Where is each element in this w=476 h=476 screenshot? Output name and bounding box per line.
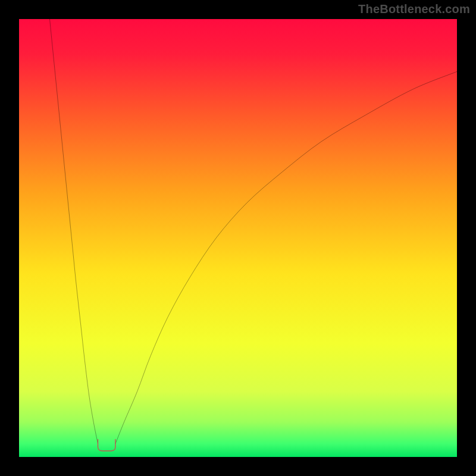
watermark-text: TheBottleneck.com <box>358 2 470 16</box>
chart-frame: TheBottleneck.com <box>0 0 476 476</box>
gradient-background <box>19 19 457 457</box>
bottleneck-chart <box>19 19 457 457</box>
